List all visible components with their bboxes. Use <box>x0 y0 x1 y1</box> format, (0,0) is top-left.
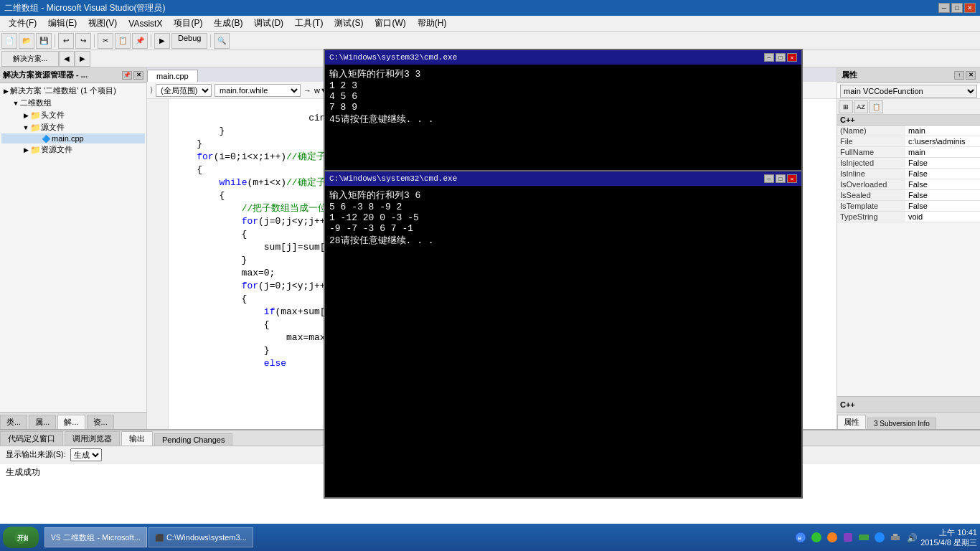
svg-rect-10 <box>893 534 897 536</box>
props-name-cell: IsInjected <box>837 158 905 169</box>
solution-explorer-title: 解决方案资源管理器 - ... 📌 ✕ <box>0 67 146 83</box>
cmd-2-close[interactable]: ✕ <box>787 174 797 183</box>
open-file-button[interactable]: 📂 <box>19 33 34 49</box>
cmd-2-maximize[interactable]: □ <box>776 174 786 183</box>
copy-button[interactable]: 📋 <box>115 33 131 49</box>
props-table-row: IsInjectedFalse <box>837 158 980 169</box>
panel-close-button[interactable]: ✕ <box>133 71 143 80</box>
output-source-selector[interactable]: 生成 <box>70 448 102 461</box>
volume-icon[interactable]: 🔊 <box>905 531 918 544</box>
debug-config-selector[interactable]: Debug <box>171 33 207 49</box>
project-label: 二维数组 <box>20 98 52 108</box>
props-categorized-btn[interactable]: ⊞ <box>839 100 853 113</box>
menu-project[interactable]: 项目(P) <box>168 16 208 31</box>
undo-button[interactable]: ↩ <box>58 33 74 49</box>
tree-main-cpp[interactable]: 🔷 main.cpp <box>1 133 145 143</box>
cmd-2-line-4: -9 -7 -3 6 7 -1 <box>329 223 797 234</box>
menu-file[interactable]: 文件(F) <box>3 16 42 31</box>
props-value-cell: main <box>905 126 980 136</box>
editor-tab-main-cpp[interactable]: main.cpp <box>147 70 198 82</box>
output-tab[interactable]: 输出 <box>121 431 153 446</box>
close-button[interactable]: ✕ <box>964 3 976 13</box>
props-area: C++ (Name)mainFilec:\users\adminisFullNa… <box>837 115 980 396</box>
right-panel: 属性 ↑ ✕ main VCCodeFunction ⊞ AZ 📋 <box>837 67 980 429</box>
nav-back[interactable]: ◀ <box>59 51 75 67</box>
line-numbers <box>147 99 169 429</box>
tree-resources-folder[interactable]: ▶ 📁 资源文件 <box>1 143 145 156</box>
code-definition-tab[interactable]: 代码定义窗口 <box>0 431 63 446</box>
scope-selector-1[interactable]: (全局范围) <box>156 84 212 97</box>
find-button[interactable]: 🔍 <box>214 33 230 49</box>
menu-test[interactable]: 测试(S) <box>329 16 369 31</box>
taskbar-vs-item[interactable]: VS 二维数组 - Microsoft... <box>44 527 147 547</box>
main-toolbar: 📄 📂 💾 ↩ ↪ ✂ 📋 📌 ▶ Debug 🔍 <box>0 32 980 50</box>
solution-label: 解决方案 '二维数组' (1 个项目) <box>10 85 116 96</box>
tree-solution[interactable]: ▶ 解决方案 '二维数组' (1 个项目) <box>1 85 145 97</box>
menu-tools[interactable]: 工具(T) <box>289 16 329 31</box>
props-tab-properties[interactable]: 属性 <box>837 415 866 429</box>
cmd-1-maximize[interactable]: □ <box>776 53 786 62</box>
props-table-row: FullNamemain <box>837 147 980 158</box>
solution-explorer-tab[interactable]: 解... <box>57 415 85 429</box>
props-pages-btn[interactable]: 📋 <box>869 100 883 113</box>
cmd-window-1[interactable]: C:\Windows\system32\cmd.exe ─ □ ✕ 输入矩阵的行… <box>324 49 803 174</box>
tree-headers-folder[interactable]: ▶ 📁 头文件 <box>1 109 145 121</box>
menu-view[interactable]: 视图(V) <box>83 16 123 31</box>
main-cpp-label: main.cpp <box>52 134 84 143</box>
solution-config[interactable]: 解决方案... <box>1 51 59 67</box>
props-pin-button[interactable]: ↑ <box>954 71 964 80</box>
svg-point-5 <box>827 532 837 542</box>
props-cpp-section: C++ <box>837 115 980 126</box>
date-display: 2015/4/8 星期三 <box>920 537 977 547</box>
properties-title: 属性 ↑ ✕ <box>837 67 980 83</box>
taskbar-cmd-item[interactable]: ⬛ C:\Windows\system3... <box>149 527 253 547</box>
cmd-window-2[interactable]: C:\Windows\system32\cmd.exe ─ □ ✕ 输入矩阵的行… <box>324 170 803 499</box>
props-tab-subversion[interactable]: 3 Subversion Info <box>867 418 936 429</box>
cmd-2-title-text: C:\Windows\system32\cmd.exe <box>329 174 457 183</box>
tray-icon-1: e <box>794 531 807 544</box>
call-browser-tab[interactable]: 调用浏览器 <box>65 431 120 446</box>
cmd-1-close[interactable]: ✕ <box>787 53 797 62</box>
props-value-cell: False <box>905 158 980 169</box>
save-button[interactable]: 💾 <box>36 33 52 49</box>
svg-text:🔊: 🔊 <box>907 532 917 543</box>
props-close-button[interactable]: ✕ <box>966 71 976 80</box>
props-object-selector[interactable]: main VCCodeFunction <box>840 85 977 98</box>
new-file-button[interactable]: 📄 <box>1 33 17 49</box>
team-explorer-tab[interactable]: 资... <box>87 415 114 429</box>
tree-project[interactable]: ▼ 二维数组 <box>1 97 145 109</box>
panel-pin-button[interactable]: 📌 <box>122 71 132 80</box>
cmd-1-minimize[interactable]: ─ <box>764 53 774 62</box>
solution-tree: ▶ 解决方案 '二维数组' (1 个项目) ▼ 二维数组 ▶ 📁 头文件 ▼ <box>0 83 146 412</box>
menu-help[interactable]: 帮助(H) <box>412 16 453 31</box>
props-alphabetical-btn[interactable]: AZ <box>854 100 868 113</box>
menu-edit[interactable]: 编辑(E) <box>42 16 83 31</box>
scope-selector-2[interactable]: main.for.while <box>215 84 301 97</box>
props-name-cell: (Name) <box>837 126 905 136</box>
menu-build[interactable]: 生成(B) <box>208 16 248 31</box>
paste-button[interactable]: 📌 <box>132 33 148 49</box>
redo-button[interactable]: ↪ <box>75 33 91 49</box>
properties-label: 属性 <box>842 70 857 80</box>
class-view-tab[interactable]: 类... <box>0 415 27 429</box>
menu-window[interactable]: 窗口(W) <box>369 16 411 31</box>
cmd-2-minimize[interactable]: ─ <box>764 174 774 183</box>
resources-folder-label: 资源文件 <box>41 144 72 155</box>
props-selector-bar: main VCCodeFunction <box>837 83 980 99</box>
minimize-button[interactable]: ─ <box>938 3 950 13</box>
pending-changes-tab[interactable]: Pending Changes <box>154 433 232 446</box>
maximize-button[interactable]: □ <box>951 3 963 13</box>
tree-sources-folder[interactable]: ▼ 📁 源文件 <box>1 121 145 133</box>
start-debug-button[interactable]: ▶ <box>154 33 170 49</box>
menu-vassistx[interactable]: VAssistX <box>123 17 168 30</box>
nav-forward[interactable]: ▶ <box>75 51 90 67</box>
property-manager-tab[interactable]: 属... <box>29 415 56 429</box>
cmd-2-line-2: 5 6 -3 8 -9 2 <box>329 202 797 212</box>
props-table-row: IsInlineFalse <box>837 169 980 179</box>
start-button[interactable]: 开始 <box>3 527 39 548</box>
cut-button[interactable]: ✂ <box>98 33 113 49</box>
props-name-cell: IsInline <box>837 169 905 179</box>
props-value-cell: False <box>905 179 980 190</box>
properties-table: (Name)mainFilec:\users\adminisFullNamema… <box>837 126 980 222</box>
menu-debug[interactable]: 调试(D) <box>248 16 289 31</box>
